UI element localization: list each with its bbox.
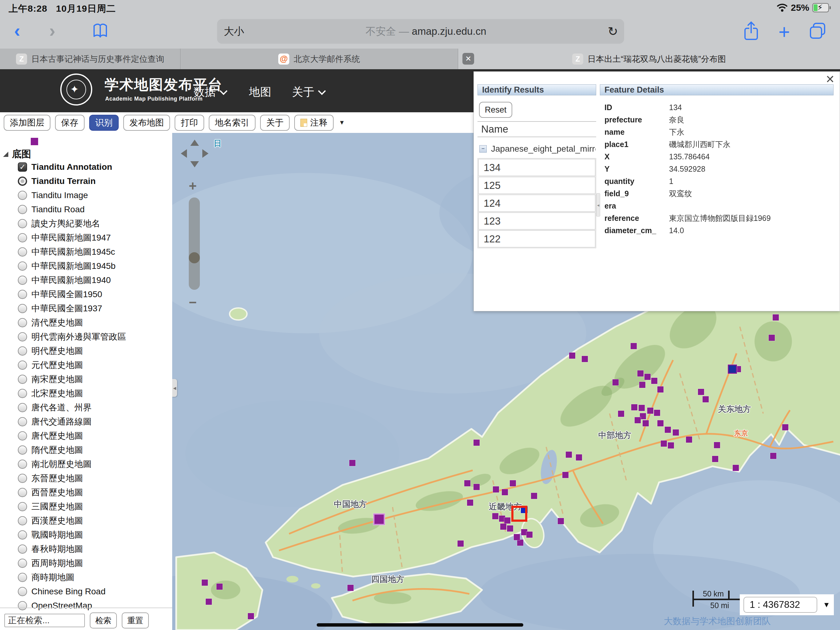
map-marker[interactable]: [474, 440, 480, 446]
nav-data[interactable]: 数据: [194, 85, 226, 100]
layer-row[interactable]: 中華民國新地圖1945c: [0, 245, 172, 259]
map-marker[interactable]: [216, 584, 223, 590]
pan-down-icon[interactable]: [190, 161, 199, 167]
map-marker[interactable]: [640, 413, 646, 419]
map-marker[interactable]: [661, 440, 667, 446]
pan-up-icon[interactable]: [190, 140, 199, 146]
radio-icon[interactable]: [18, 530, 27, 540]
address-bar[interactable]: 大小 不安全 — amap.zju.edu.cn ↻: [217, 19, 624, 44]
radio-icon[interactable]: [18, 205, 27, 214]
layer-row[interactable]: 元代歷史地圖: [0, 358, 172, 372]
nav-about[interactable]: 关于: [292, 85, 325, 100]
map-marker[interactable]: [651, 378, 657, 384]
new-tab-button[interactable]: +: [778, 17, 790, 47]
checkbox-icon[interactable]: ✓: [18, 162, 27, 172]
reset-search-button[interactable]: 重置: [122, 613, 149, 628]
action-button-保存[interactable]: 保存: [55, 115, 85, 131]
map-marker[interactable]: [526, 532, 532, 538]
layer-row[interactable]: ✓Tianditu Annotation: [0, 160, 172, 174]
map-marker[interactable]: [618, 411, 624, 417]
layer-row[interactable]: 唐代歷史地圖: [0, 429, 172, 443]
search-button[interactable]: 检索: [90, 613, 117, 628]
radio-icon[interactable]: [18, 191, 27, 200]
panel-collapse-handle[interactable]: ◂: [596, 193, 600, 217]
scale-ratio-value[interactable]: 1 : 4367832: [744, 597, 817, 613]
map-marker[interactable]: [458, 540, 464, 547]
layer-row[interactable]: 戰國時期地圖: [0, 528, 172, 542]
zoom-slider[interactable]: [189, 198, 200, 290]
radio-icon[interactable]: [18, 573, 27, 582]
map-marker[interactable]: [647, 408, 654, 414]
map-marker[interactable]: [782, 424, 788, 431]
map-marker[interactable]: [657, 386, 663, 393]
map-marker[interactable]: [686, 437, 692, 443]
map-marker[interactable]: [502, 489, 508, 495]
map-marker[interactable]: [631, 404, 637, 410]
layer-row[interactable]: Tianditu Road: [0, 203, 172, 217]
layer-row[interactable]: 清代歷史地圖: [0, 316, 172, 330]
map-marker[interactable]: [643, 420, 649, 426]
radio-icon[interactable]: [18, 361, 27, 370]
map-marker[interactable]: [635, 417, 641, 423]
radio-icon[interactable]: [18, 247, 27, 256]
result-layer-node[interactable]: − Japanese_eight_petal_mirror_of_H: [477, 140, 596, 157]
layer-row[interactable]: 春秋時期地圖: [0, 542, 172, 556]
map-marker[interactable]: [562, 472, 568, 478]
layer-row[interactable]: 中華民國新地圖1947: [0, 231, 172, 245]
map-marker[interactable]: [492, 513, 498, 519]
layer-row[interactable]: Tianditu Image: [0, 188, 172, 203]
map-marker[interactable]: [569, 353, 575, 359]
pan-left-icon[interactable]: [181, 149, 187, 158]
map-marker[interactable]: [464, 480, 471, 486]
map-marker[interactable]: [531, 493, 537, 499]
map-marker[interactable]: [500, 524, 507, 530]
tree-collapse-minus-icon[interactable]: −: [479, 145, 487, 153]
action-button-地名索引[interactable]: 地名索引: [209, 115, 256, 131]
share-icon[interactable]: [742, 21, 760, 43]
map-marker[interactable]: [517, 540, 523, 546]
radio-icon[interactable]: [18, 587, 27, 596]
identify-reset-button[interactable]: Reset: [479, 102, 512, 118]
map-marker[interactable]: [639, 405, 645, 411]
radio-icon[interactable]: [18, 502, 27, 511]
nav-map[interactable]: 地图: [249, 85, 271, 100]
radio-icon[interactable]: [18, 177, 27, 186]
layer-row[interactable]: 商時期地圖: [0, 570, 172, 584]
map-marker[interactable]: [639, 382, 645, 388]
search-input[interactable]: 正在检索...: [4, 614, 85, 627]
action-button-打印[interactable]: 打印: [175, 115, 204, 131]
layer-row[interactable]: 隋代歷史地圖: [0, 443, 172, 457]
zoom-slider-handle[interactable]: [189, 252, 200, 263]
radio-icon[interactable]: [18, 318, 27, 327]
map-marker[interactable]: [467, 500, 473, 506]
radio-icon[interactable]: [18, 459, 27, 469]
map-marker[interactable]: [631, 343, 637, 349]
forward-button[interactable]: ›: [49, 15, 55, 46]
scale-ratio-caret-icon[interactable]: ▼: [823, 600, 830, 609]
map-marker[interactable]: [698, 389, 704, 395]
identify-result-row[interactable]: 125: [478, 177, 595, 194]
layer-row[interactable]: 明代雲南外邊與軍管政區: [0, 330, 172, 344]
pan-right-icon[interactable]: [202, 149, 208, 158]
layer-row[interactable]: 西漢歷史地圖: [0, 514, 172, 528]
layer-row[interactable]: 中華民國新地圖1945b: [0, 259, 172, 273]
annotate-button[interactable]: 注释: [294, 115, 333, 131]
identify-result-row[interactable]: 122: [478, 230, 595, 247]
map-marker[interactable]: [714, 442, 720, 448]
action-button-添加图层[interactable]: 添加图层: [4, 115, 51, 131]
map-marker[interactable]: [347, 585, 354, 591]
back-button[interactable]: ‹: [14, 15, 20, 46]
layer-row[interactable]: Tianditu Terrain: [0, 174, 172, 188]
radio-icon[interactable]: [18, 445, 27, 455]
map-marker[interactable]: [728, 364, 737, 374]
sidebar-collapse-handle[interactable]: ◂: [172, 379, 177, 397]
layer-row[interactable]: 中華民國新地圖1940: [0, 273, 172, 287]
map-marker[interactable]: [644, 374, 651, 380]
map-marker[interactable]: [504, 518, 510, 524]
layer-row[interactable]: 北宋歷史地圖: [0, 386, 172, 400]
radio-icon[interactable]: [18, 261, 27, 271]
tab-kojiki-query[interactable]: Z 日本古事记神话与历史事件定位查询: [0, 49, 180, 69]
layer-row[interactable]: 中華民國全圖1950: [0, 287, 172, 301]
map-marker[interactable]: [248, 613, 254, 619]
zoom-in-button[interactable]: +: [189, 179, 208, 194]
